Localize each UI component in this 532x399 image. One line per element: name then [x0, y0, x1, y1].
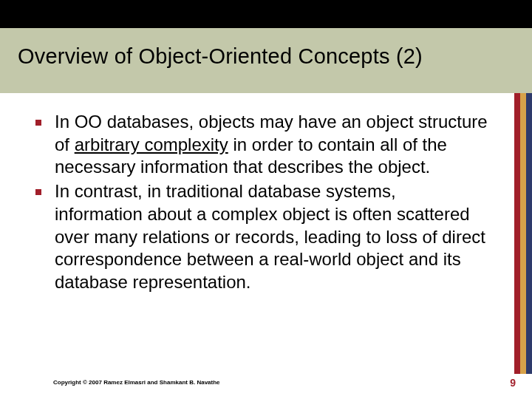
title-band: Overview of Object-Oriented Concepts (2)	[0, 28, 532, 93]
top-black-bar	[0, 0, 532, 28]
bullet-list: In OO databases, objects may have an obj…	[30, 111, 488, 294]
page-number: 9	[510, 377, 516, 389]
bullet-text-underlined: arbitrary complexity	[75, 134, 228, 154]
slide: Overview of Object-Oriented Concepts (2)…	[0, 0, 532, 399]
stripe-red-icon	[514, 93, 520, 374]
list-item: In contrast, in traditional database sys…	[30, 180, 488, 294]
stripe-gold-icon	[520, 93, 526, 374]
copyright-footer: Copyright © 2007 Ramez Elmasri and Shamk…	[53, 379, 220, 386]
decorative-stripes	[514, 93, 532, 374]
bullet-text-pre: In contrast, in traditional database sys…	[55, 181, 485, 292]
content-area: In OO databases, objects may have an obj…	[30, 111, 488, 296]
slide-title: Overview of Object-Oriented Concepts (2)	[18, 44, 532, 69]
list-item: In OO databases, objects may have an obj…	[30, 111, 488, 179]
square-bullet-icon	[35, 120, 41, 126]
stripe-blue-icon	[526, 93, 532, 374]
square-bullet-icon	[35, 189, 41, 195]
